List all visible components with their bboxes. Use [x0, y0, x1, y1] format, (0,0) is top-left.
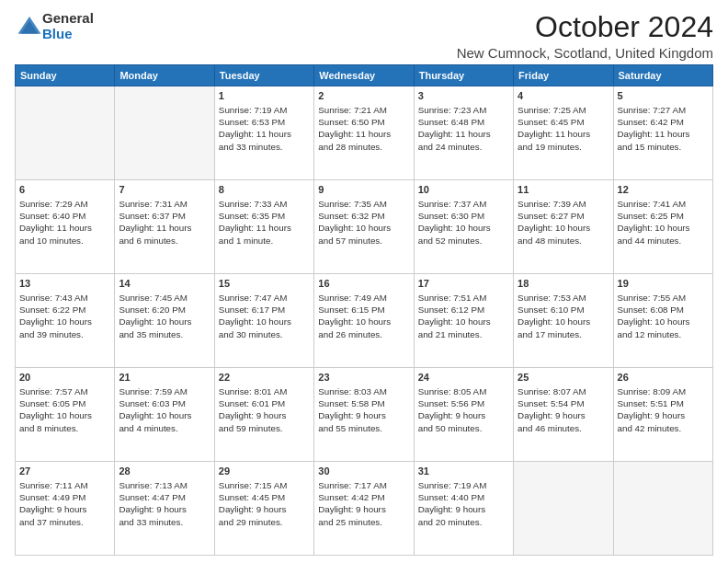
table-row: 28Sunrise: 7:13 AM Sunset: 4:47 PM Dayli… [115, 462, 214, 556]
day-number: 17 [418, 277, 509, 291]
table-row: 14Sunrise: 7:45 AM Sunset: 6:20 PM Dayli… [115, 274, 214, 368]
table-row: 2Sunrise: 7:21 AM Sunset: 6:50 PM Daylig… [314, 86, 414, 180]
day-info: Sunrise: 7:25 AM Sunset: 6:45 PM Dayligh… [518, 104, 609, 153]
table-row: 5Sunrise: 7:27 AM Sunset: 6:42 PM Daylig… [613, 86, 712, 180]
day-number: 11 [518, 183, 609, 197]
day-number: 1 [219, 89, 310, 103]
col-thursday: Thursday [414, 65, 513, 86]
day-info: Sunrise: 7:37 AM Sunset: 6:30 PM Dayligh… [418, 198, 509, 247]
day-info: Sunrise: 8:07 AM Sunset: 5:54 PM Dayligh… [518, 385, 609, 434]
logo-blue: Blue [42, 27, 94, 42]
table-row: 12Sunrise: 7:41 AM Sunset: 6:25 PM Dayli… [613, 180, 712, 274]
table-row: 8Sunrise: 7:33 AM Sunset: 6:35 PM Daylig… [214, 180, 313, 274]
day-number: 18 [518, 277, 609, 291]
table-row [514, 462, 613, 556]
location: New Cumnock, Scotland, United Kingdom [457, 45, 713, 61]
day-info: Sunrise: 7:59 AM Sunset: 6:03 PM Dayligh… [119, 385, 210, 434]
day-info: Sunrise: 7:53 AM Sunset: 6:10 PM Dayligh… [518, 292, 609, 340]
table-row [16, 86, 115, 180]
table-row: 15Sunrise: 7:47 AM Sunset: 6:17 PM Dayli… [214, 274, 313, 368]
day-number: 20 [19, 371, 110, 385]
table-row: 29Sunrise: 7:15 AM Sunset: 4:45 PM Dayli… [214, 462, 313, 556]
day-number: 31 [418, 465, 509, 478]
table-row: 31Sunrise: 7:19 AM Sunset: 4:40 PM Dayli… [414, 462, 513, 556]
day-number: 4 [518, 89, 609, 103]
table-row [613, 462, 712, 556]
title-block: October 2024 New Cumnock, Scotland, Unit… [457, 11, 713, 61]
table-row: 27Sunrise: 7:11 AM Sunset: 4:49 PM Dayli… [16, 462, 115, 556]
day-info: Sunrise: 7:35 AM Sunset: 6:32 PM Dayligh… [318, 198, 409, 247]
table-row: 20Sunrise: 7:57 AM Sunset: 6:05 PM Dayli… [16, 368, 115, 462]
day-info: Sunrise: 7:13 AM Sunset: 4:47 PM Dayligh… [119, 479, 210, 528]
day-info: Sunrise: 8:03 AM Sunset: 5:58 PM Dayligh… [318, 385, 409, 434]
day-info: Sunrise: 7:55 AM Sunset: 6:08 PM Dayligh… [618, 292, 709, 340]
day-number: 23 [318, 371, 409, 385]
day-number: 19 [618, 277, 709, 291]
table-row: 19Sunrise: 7:55 AM Sunset: 6:08 PM Dayli… [613, 274, 712, 368]
table-row: 7Sunrise: 7:31 AM Sunset: 6:37 PM Daylig… [115, 180, 214, 274]
calendar-table: Sunday Monday Tuesday Wednesday Thursday… [15, 64, 713, 556]
day-info: Sunrise: 7:49 AM Sunset: 6:15 PM Dayligh… [318, 292, 409, 340]
day-info: Sunrise: 7:17 AM Sunset: 4:42 PM Dayligh… [318, 479, 409, 528]
day-number: 21 [119, 371, 210, 385]
table-row: 1Sunrise: 7:19 AM Sunset: 6:53 PM Daylig… [214, 86, 313, 180]
day-info: Sunrise: 7:33 AM Sunset: 6:35 PM Dayligh… [219, 198, 310, 247]
calendar-header-row: Sunday Monday Tuesday Wednesday Thursday… [16, 65, 713, 86]
day-number: 30 [318, 465, 409, 478]
day-number: 5 [618, 89, 709, 103]
table-row [115, 86, 214, 180]
day-number: 15 [219, 277, 310, 291]
day-number: 3 [418, 89, 509, 103]
day-number: 13 [19, 277, 110, 291]
day-number: 2 [318, 89, 409, 103]
table-row: 23Sunrise: 8:03 AM Sunset: 5:58 PM Dayli… [314, 368, 414, 462]
day-info: Sunrise: 7:43 AM Sunset: 6:22 PM Dayligh… [19, 292, 110, 340]
table-row: 10Sunrise: 7:37 AM Sunset: 6:30 PM Dayli… [414, 180, 513, 274]
day-info: Sunrise: 8:01 AM Sunset: 6:01 PM Dayligh… [219, 385, 310, 434]
day-number: 29 [219, 465, 310, 478]
table-row: 3Sunrise: 7:23 AM Sunset: 6:48 PM Daylig… [414, 86, 513, 180]
table-row: 13Sunrise: 7:43 AM Sunset: 6:22 PM Dayli… [16, 274, 115, 368]
month-title: October 2024 [457, 11, 713, 43]
table-row: 9Sunrise: 7:35 AM Sunset: 6:32 PM Daylig… [314, 180, 414, 274]
table-row: 4Sunrise: 7:25 AM Sunset: 6:45 PM Daylig… [514, 86, 613, 180]
day-number: 22 [219, 371, 310, 385]
day-info: Sunrise: 7:47 AM Sunset: 6:17 PM Dayligh… [219, 292, 310, 340]
day-number: 25 [518, 371, 609, 385]
day-info: Sunrise: 7:15 AM Sunset: 4:45 PM Dayligh… [219, 479, 310, 528]
day-info: Sunrise: 7:57 AM Sunset: 6:05 PM Dayligh… [19, 385, 110, 434]
day-info: Sunrise: 7:11 AM Sunset: 4:49 PM Dayligh… [19, 479, 110, 528]
logo-text: General Blue [42, 11, 94, 41]
day-number: 16 [318, 277, 409, 291]
table-row: 25Sunrise: 8:07 AM Sunset: 5:54 PM Dayli… [514, 368, 613, 462]
col-wednesday: Wednesday [314, 65, 414, 86]
day-number: 12 [618, 183, 709, 197]
col-saturday: Saturday [613, 65, 712, 86]
day-number: 8 [219, 183, 310, 197]
logo: General Blue [15, 11, 94, 41]
table-row: 17Sunrise: 7:51 AM Sunset: 6:12 PM Dayli… [414, 274, 513, 368]
table-row: 16Sunrise: 7:49 AM Sunset: 6:15 PM Dayli… [314, 274, 414, 368]
day-info: Sunrise: 7:21 AM Sunset: 6:50 PM Dayligh… [318, 104, 409, 153]
day-number: 27 [19, 465, 110, 478]
day-number: 7 [119, 183, 210, 197]
day-number: 24 [418, 371, 509, 385]
table-row: 18Sunrise: 7:53 AM Sunset: 6:10 PM Dayli… [514, 274, 613, 368]
header: General Blue October 2024 New Cumnock, S… [15, 11, 713, 61]
table-row: 24Sunrise: 8:05 AM Sunset: 5:56 PM Dayli… [414, 368, 513, 462]
table-row: 30Sunrise: 7:17 AM Sunset: 4:42 PM Dayli… [314, 462, 414, 556]
col-sunday: Sunday [16, 65, 115, 86]
day-info: Sunrise: 7:41 AM Sunset: 6:25 PM Dayligh… [618, 198, 709, 247]
day-number: 28 [119, 465, 210, 478]
day-info: Sunrise: 7:31 AM Sunset: 6:37 PM Dayligh… [119, 198, 210, 247]
table-row: 21Sunrise: 7:59 AM Sunset: 6:03 PM Dayli… [115, 368, 214, 462]
logo-general: General [42, 11, 94, 27]
logo-icon [17, 14, 42, 40]
day-number: 10 [418, 183, 509, 197]
day-info: Sunrise: 7:51 AM Sunset: 6:12 PM Dayligh… [418, 292, 509, 340]
day-info: Sunrise: 7:45 AM Sunset: 6:20 PM Dayligh… [119, 292, 210, 340]
day-info: Sunrise: 8:05 AM Sunset: 5:56 PM Dayligh… [418, 385, 509, 434]
table-row: 22Sunrise: 8:01 AM Sunset: 6:01 PM Dayli… [214, 368, 313, 462]
col-monday: Monday [115, 65, 214, 86]
day-number: 14 [119, 277, 210, 291]
